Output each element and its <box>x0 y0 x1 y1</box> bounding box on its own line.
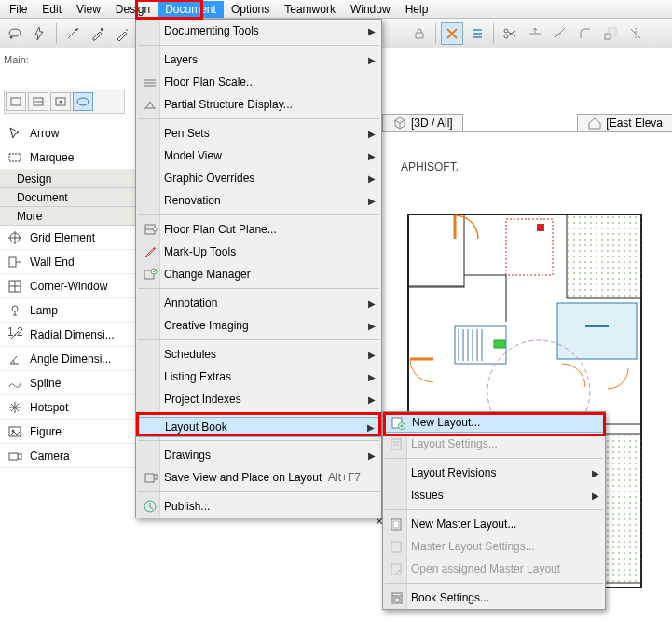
inject-icon[interactable] <box>112 22 134 45</box>
submenu-arrow-icon: ▶ <box>368 321 376 331</box>
submenu-arrow-icon: ▶ <box>368 394 376 405</box>
layout-submenu-item-book-settings[interactable]: Book Settings... <box>383 587 605 609</box>
document-menu-item-partial-structure-display[interactable]: Partial Structure Display... <box>136 93 381 116</box>
document-menu-item-publish[interactable]: Publish... <box>136 495 381 518</box>
submenu-arrow-icon: ▶ <box>368 350 376 360</box>
tool-wall-end[interactable]: Wall End <box>0 250 140 274</box>
change-icon <box>142 266 158 283</box>
scissors-icon[interactable] <box>499 22 521 45</box>
toolbox-cat-more[interactable]: More <box>0 207 140 226</box>
svg-rect-24 <box>9 453 18 460</box>
box-mode-toolbar <box>4 90 125 114</box>
tool-arrow[interactable]: Arrow <box>0 121 140 145</box>
document-menu-item-floor-plan-scale[interactable]: Floor Plan Scale... <box>136 71 381 93</box>
menubar-item-file[interactable]: File <box>2 1 34 18</box>
house-icon <box>587 116 602 131</box>
wand-icon[interactable] <box>62 22 84 45</box>
layout-submenu-item-new-layout[interactable]: New Layout... <box>383 412 605 433</box>
tab-east-elev[interactable]: [East Eleva <box>577 114 672 131</box>
document-menu-item-renovation[interactable]: Renovation▶ <box>136 189 381 212</box>
tool-hotspot[interactable]: Hotspot <box>0 395 140 420</box>
box-d-icon[interactable] <box>73 92 93 111</box>
document-menu-item-pen-sets[interactable]: Pen Sets▶ <box>136 122 381 145</box>
layout-submenu-item-new-master-layout[interactable]: New Master Layout... <box>383 513 605 535</box>
toolbox-cat-design[interactable]: Design <box>0 170 140 188</box>
svg-rect-61 <box>394 598 400 601</box>
document-menu-item-floor-plan-cut-plane[interactable]: Floor Plan Cut Plane... <box>136 218 381 241</box>
menu-separator <box>138 45 379 46</box>
tool-marquee[interactable]: Marquee <box>0 145 140 170</box>
submenu-arrow-icon: ▶ <box>368 298 376 309</box>
resize-icon[interactable] <box>599 22 622 45</box>
shortcut: Alt+F7 <box>328 471 361 484</box>
svg-rect-31 <box>506 219 553 275</box>
menubar-item-options[interactable]: Options <box>224 1 277 18</box>
tool-figure[interactable]: Figure <box>0 420 140 444</box>
split-icon[interactable] <box>624 22 647 45</box>
submenu-arrow-icon: ▶ <box>368 372 376 382</box>
corner-window-icon <box>7 279 22 294</box>
tab-3d[interactable]: [3D / All] <box>382 114 463 131</box>
document-menu-item-listing-extras[interactable]: Listing Extras▶ <box>136 366 381 388</box>
openmaster-icon <box>389 560 405 577</box>
document-menu-item-layers[interactable]: Layers▶ <box>136 48 381 71</box>
angle-dimensi--icon <box>7 352 22 366</box>
guides-icon[interactable] <box>441 22 463 45</box>
svg-point-20 <box>12 306 18 311</box>
submenu-arrow-icon: ▶ <box>368 450 376 461</box>
layout-submenu-item-layout-revisions[interactable]: Layout Revisions▶ <box>383 462 605 484</box>
menu-separator <box>138 214 379 215</box>
document-menu-item-mark-up-tools[interactable]: Mark-Up Tools <box>136 241 381 263</box>
document-menu-item-documenting-tools[interactable]: Documenting Tools▶ <box>136 20 381 42</box>
document-menu-item-creative-imaging[interactable]: Creative Imaging▶ <box>136 314 381 337</box>
tool-corner-window[interactable]: Corner-Window <box>0 274 140 298</box>
menubar-item-document[interactable]: Document <box>158 1 224 18</box>
box-c-icon[interactable] <box>50 92 71 111</box>
eyedrop-icon[interactable] <box>87 22 109 45</box>
tool-camera[interactable]: Camera <box>0 444 140 468</box>
submenu-arrow-icon: ▶ <box>368 26 376 36</box>
document-menu-item-drawings[interactable]: Drawings▶ <box>136 444 381 466</box>
lasso-icon[interactable] <box>4 22 26 45</box>
tool-spline[interactable]: Spline <box>0 371 140 395</box>
bolt-icon[interactable] <box>29 22 51 45</box>
document-menu-item-model-view[interactable]: Model View▶ <box>136 145 381 167</box>
fillet-icon[interactable] <box>574 22 597 45</box>
tool-radial-dimensi-[interactable]: 1.2Radial Dimensi... <box>0 323 140 347</box>
svg-point-50 <box>151 269 157 274</box>
box-a-icon[interactable] <box>6 92 26 111</box>
tool-lamp[interactable]: Lamp <box>0 298 140 323</box>
cut-icon <box>142 221 158 238</box>
document-menu-item-project-indexes[interactable]: Project Indexes▶ <box>136 388 381 410</box>
save-icon <box>142 469 158 486</box>
snap-lines-icon[interactable] <box>466 22 488 45</box>
adjust-icon[interactable] <box>524 22 546 45</box>
struct-icon <box>142 96 158 113</box>
tool-angle-dimensi-[interactable]: Angle Dimensi... <box>0 347 140 371</box>
menubar-item-view[interactable]: View <box>69 1 108 18</box>
svg-point-13 <box>77 98 89 105</box>
document-menu-item-layout-book[interactable]: Layout Book▶ <box>136 417 381 437</box>
svg-point-48 <box>153 228 157 231</box>
document-menu-item-schedules[interactable]: Schedules▶ <box>136 343 381 366</box>
toolbox-cat-document[interactable]: Document <box>0 188 140 207</box>
menubar-item-edit[interactable]: Edit <box>34 1 69 18</box>
menubar-item-teamwork[interactable]: Teamwork <box>277 1 343 18</box>
document-menu-item-change-manager[interactable]: Change Manager <box>136 263 381 285</box>
layout-submenu-item-issues[interactable]: Issues▶ <box>383 484 605 506</box>
menubar-item-design[interactable]: Design <box>108 1 158 18</box>
layout-submenu-item-open-assigned-master-layout: Open assigned Master Layout <box>383 558 605 580</box>
markup-icon <box>142 243 158 260</box>
tool-grid-element[interactable]: Grid Element <box>0 226 140 250</box>
box-b-icon[interactable] <box>28 92 48 111</box>
lock-chain-icon[interactable] <box>408 22 431 45</box>
intersect-icon[interactable] <box>549 22 571 45</box>
menubar-item-window[interactable]: Window <box>343 1 398 18</box>
svg-point-5 <box>504 29 508 33</box>
document-menu-item-save-view-and-place-on-layout[interactable]: Save View and Place on LayoutAlt+F7 <box>136 466 381 489</box>
document-menu-item-graphic-overrides[interactable]: Graphic Overrides▶ <box>136 167 381 189</box>
document-menu-item-annotation[interactable]: Annotation▶ <box>136 292 381 314</box>
svg-point-2 <box>76 28 78 30</box>
menubar-item-help[interactable]: Help <box>398 1 436 18</box>
svg-rect-27 <box>567 214 641 298</box>
